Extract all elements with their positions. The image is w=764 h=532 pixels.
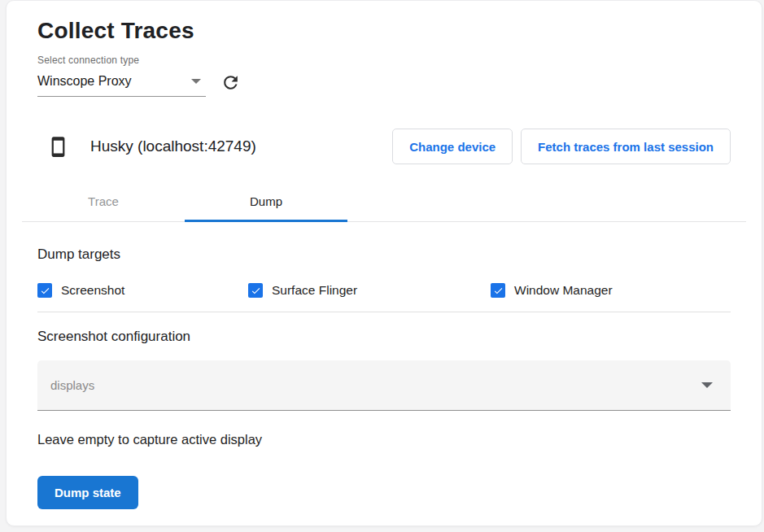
displays-select[interactable]: displays [37, 360, 731, 411]
dump-targets-row: Screenshot Surface Flinger Window Manage… [37, 283, 731, 312]
dump-state-button[interactable]: Dump state [37, 476, 138, 509]
checkbox-check-icon [248, 283, 263, 298]
checkbox-window-manager[interactable]: Window Manager [491, 283, 731, 298]
checkbox-screenshot[interactable]: Screenshot [37, 283, 248, 298]
connection-select-row: Winscope Proxy [37, 69, 731, 100]
checkbox-check-icon [491, 283, 505, 298]
refresh-connection-button[interactable] [217, 69, 243, 95]
checkbox-label-screenshot: Screenshot [61, 283, 124, 298]
displays-hint: Leave empty to capture active display [37, 432, 731, 447]
checkbox-surface-flinger[interactable]: Surface Flinger [248, 283, 491, 298]
collect-traces-card: Collect Traces Select connection type Wi… [6, 0, 762, 526]
fetch-traces-button[interactable]: Fetch traces from last session [521, 129, 731, 164]
dropdown-arrow-icon [701, 382, 713, 388]
page-title: Collect Traces [37, 17, 731, 45]
connection-type-select[interactable]: Winscope Proxy [37, 72, 206, 97]
tab-dump[interactable]: Dump [185, 181, 347, 221]
tab-trace-label: Trace [88, 194, 119, 208]
checkbox-label-window-manager: Window Manager [514, 283, 613, 298]
screenshot-config-section: Screenshot configuration displays Leave … [37, 329, 731, 509]
change-device-button[interactable]: Change device [392, 129, 513, 164]
smartphone-icon [47, 132, 69, 162]
dump-targets-heading: Dump targets [37, 246, 731, 263]
active-tab-indicator [185, 220, 347, 222]
chevron-down-icon [191, 79, 201, 84]
tab-dump-label: Dump [250, 194, 282, 208]
screenshot-config-heading: Screenshot configuration [37, 329, 731, 345]
displays-placeholder: displays [50, 378, 94, 392]
connection-type-label: Select connection type [37, 55, 731, 66]
refresh-icon [220, 72, 241, 93]
header: Collect Traces Select connection type Wi… [7, 1, 762, 100]
checkbox-check-icon [37, 283, 52, 298]
checkbox-label-surface-flinger: Surface Flinger [272, 283, 357, 298]
device-name: Husky (localhost:42749) [90, 137, 384, 155]
dump-targets-section: Dump targets Screenshot Surface Flinger … [37, 246, 731, 312]
tab-trace[interactable]: Trace [22, 181, 185, 221]
device-row: Husky (localhost:42749) Change device Fe… [37, 128, 731, 165]
connection-type-value: Winscope Proxy [37, 74, 132, 89]
tab-strip: Trace Dump [22, 181, 746, 222]
